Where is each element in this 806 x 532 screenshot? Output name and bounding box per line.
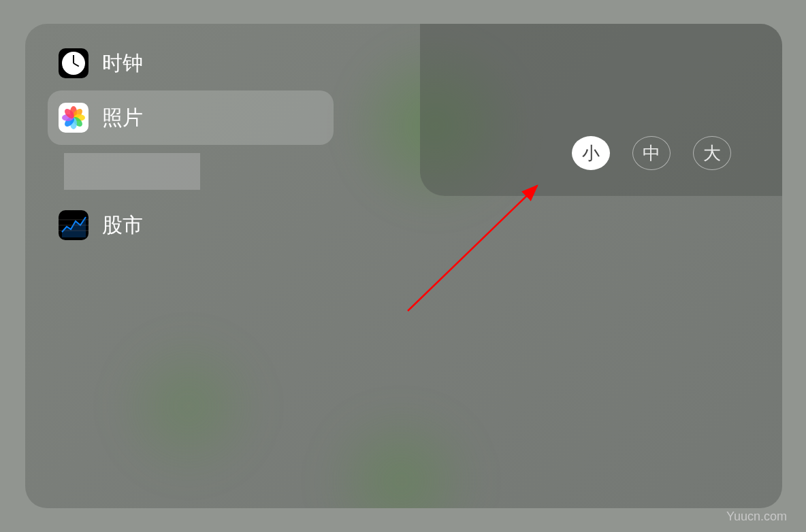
widget-gallery-panel: 时钟 照片	[25, 24, 782, 508]
sidebar-item-stocks[interactable]: 股市	[48, 198, 334, 252]
photos-icon	[59, 103, 88, 133]
sidebar-item-label: 股市	[102, 212, 143, 239]
size-button-large[interactable]: 大	[693, 136, 731, 170]
sidebar-item-label: 照片	[102, 104, 143, 132]
watermark-text: Yuucn.com	[726, 510, 787, 524]
sidebar-item-label: 时钟	[102, 50, 143, 78]
sidebar-item-redacted	[64, 153, 200, 190]
stocks-icon	[59, 210, 88, 240]
size-button-medium[interactable]: 中	[632, 136, 671, 170]
sidebar-item-clock[interactable]: 时钟	[48, 36, 334, 90]
widget-app-sidebar: 时钟 照片	[48, 36, 334, 252]
sidebar-item-photos[interactable]: 照片	[48, 90, 334, 145]
size-button-small[interactable]: 小	[572, 136, 610, 170]
widget-size-selector: 小 中 大	[572, 136, 731, 170]
clock-icon	[59, 48, 88, 78]
widget-preview-panel	[420, 24, 782, 196]
